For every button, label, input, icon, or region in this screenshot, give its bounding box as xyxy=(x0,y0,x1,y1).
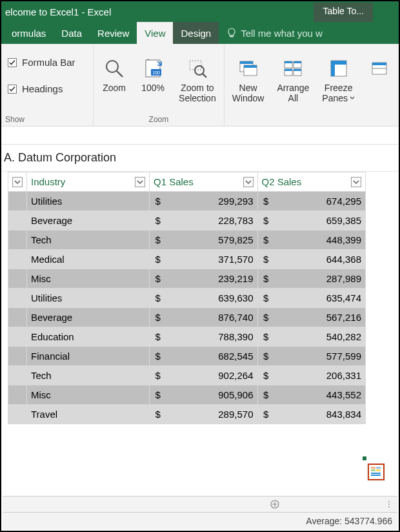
cell-industry[interactable]: Education xyxy=(27,327,150,347)
cell-q1-currency[interactable]: $ xyxy=(150,405,166,424)
cell-industry[interactable]: Financial xyxy=(27,347,150,366)
freeze-panes-button[interactable]: Freeze Panes xyxy=(318,54,359,106)
tab-formulas[interactable]: ormulas xyxy=(4,22,54,44)
cell-q1-value[interactable]: 371,570 xyxy=(166,250,258,269)
cell-q2-currency[interactable]: $ xyxy=(257,230,274,250)
formulabar-checkbox[interactable]: Formula Bar xyxy=(5,53,89,72)
header-q1[interactable]: Q1 Sales xyxy=(150,172,258,192)
cell-q2-value[interactable]: 635,474 xyxy=(274,289,366,308)
table-row[interactable]: Education$788,390$540,282 xyxy=(8,327,366,347)
cell-q1-value[interactable]: 902,264 xyxy=(166,366,258,385)
cell-q1-currency[interactable]: $ xyxy=(150,289,166,308)
header-blank[interactable] xyxy=(8,172,27,192)
cell-q2-value[interactable]: 567,216 xyxy=(274,308,366,327)
cell-industry[interactable]: Medical xyxy=(27,250,150,269)
cell-q2-currency[interactable]: $ xyxy=(257,192,274,211)
cell-q1-value[interactable]: 228,783 xyxy=(166,211,258,230)
cell-q2-value[interactable]: 287,989 xyxy=(274,269,366,289)
cell-blank[interactable] xyxy=(8,192,27,211)
cell-q2-value[interactable]: 206,331 xyxy=(274,366,366,385)
filter-button[interactable] xyxy=(12,177,23,187)
cell-industry[interactable]: Utilities xyxy=(27,192,150,211)
quick-analysis-button[interactable] xyxy=(368,464,385,480)
cell-q2-value[interactable]: 443,552 xyxy=(274,385,366,405)
new-window-button[interactable]: NewWindow xyxy=(228,54,268,106)
cell-industry[interactable]: Tech xyxy=(27,230,150,250)
cell-q2-currency[interactable]: $ xyxy=(257,327,274,347)
cell-q1-currency[interactable]: $ xyxy=(150,230,166,250)
filter-button[interactable] xyxy=(351,177,361,187)
tab-view[interactable]: View xyxy=(137,22,173,44)
cell-q1-currency[interactable]: $ xyxy=(150,347,166,366)
cell-q2-currency[interactable]: $ xyxy=(257,211,274,230)
cell-q1-value[interactable]: 579,825 xyxy=(166,230,258,250)
table-row[interactable]: Misc$905,906$443,552 xyxy=(8,385,366,405)
cell-blank[interactable] xyxy=(8,327,27,347)
cell-industry[interactable]: Tech xyxy=(27,366,150,385)
table-row[interactable]: Tech$579,825$448,399 xyxy=(8,230,366,250)
cell-industry[interactable]: Misc xyxy=(27,385,150,405)
zoom-to-selection-button[interactable]: Zoom toSelection xyxy=(175,54,220,106)
filter-button[interactable] xyxy=(243,177,254,187)
table-row[interactable]: Tech$902,264$206,331 xyxy=(8,366,366,385)
tab-review[interactable]: Review xyxy=(90,22,137,44)
table-row[interactable]: Beverage$876,740$567,216 xyxy=(8,308,366,327)
cell-blank[interactable] xyxy=(8,250,27,269)
table-row[interactable]: Utilities$299,293$674,295 xyxy=(8,192,366,211)
cell-q2-value[interactable]: 577,599 xyxy=(274,347,366,366)
table-row[interactable]: Financial$682,545$577,599 xyxy=(8,347,366,366)
arrange-all-button[interactable]: ArrangeAll xyxy=(273,54,313,106)
cell-q2-currency[interactable]: $ xyxy=(257,250,274,269)
tab-design[interactable]: Design xyxy=(173,22,219,44)
table-row[interactable]: Medical$371,570$644,368 xyxy=(8,250,366,269)
table-row[interactable]: Utilities$639,630$635,474 xyxy=(8,289,366,308)
cell-q2-value[interactable]: 644,368 xyxy=(274,250,366,269)
cell-q1-value[interactable]: 639,630 xyxy=(166,289,258,308)
cell-blank[interactable] xyxy=(8,289,27,308)
cell-blank[interactable] xyxy=(8,230,27,250)
cell-q2-currency[interactable]: $ xyxy=(257,308,274,327)
cell-q2-currency[interactable]: $ xyxy=(257,347,274,366)
cell-q1-currency[interactable]: $ xyxy=(150,211,166,230)
cell-blank[interactable] xyxy=(8,211,27,230)
cell-q1-currency[interactable]: $ xyxy=(150,308,166,327)
cell-q1-currency[interactable]: $ xyxy=(150,327,166,347)
cell-q1-value[interactable]: 905,906 xyxy=(166,385,258,405)
cell-blank[interactable] xyxy=(8,347,27,366)
cell-industry[interactable]: Utilities xyxy=(27,289,150,308)
table-row[interactable]: Misc$239,219$287,989 xyxy=(8,269,366,289)
cell-q1-value[interactable]: 876,740 xyxy=(166,308,258,327)
cell-q1-value[interactable]: 788,390 xyxy=(166,327,258,347)
zoom-100-button[interactable]: 100 100% xyxy=(136,54,170,106)
tab-data[interactable]: Data xyxy=(54,22,90,44)
cell-q2-currency[interactable]: $ xyxy=(257,269,274,289)
table-row[interactable]: Travel$289,570$843,834 xyxy=(8,405,366,424)
cell-q2-value[interactable]: 448,399 xyxy=(274,230,366,250)
cell-q2-currency[interactable]: $ xyxy=(257,366,274,385)
header-industry[interactable]: Industry xyxy=(27,172,150,192)
cell-blank[interactable] xyxy=(8,269,27,289)
cell-blank[interactable] xyxy=(8,385,27,405)
tab-grip[interactable] xyxy=(381,496,397,512)
cell-q2-currency[interactable]: $ xyxy=(257,385,274,405)
cell-q2-value[interactable]: 674,295 xyxy=(274,192,366,211)
fill-handle[interactable] xyxy=(363,456,366,460)
add-sheet-button[interactable] xyxy=(266,496,284,512)
cell-blank[interactable] xyxy=(8,405,27,424)
cell-q1-value[interactable]: 289,570 xyxy=(166,405,258,424)
cell-q1-currency[interactable]: $ xyxy=(150,385,166,405)
contextual-tab-table-tools[interactable]: Table To... xyxy=(314,3,373,22)
cell-blank[interactable] xyxy=(8,366,27,385)
cell-industry[interactable]: Travel xyxy=(27,405,150,424)
cell-q1-currency[interactable]: $ xyxy=(150,366,166,385)
cell-a1[interactable]: A. Datum Corporation xyxy=(1,145,399,172)
tell-me-search[interactable]: Tell me what you w xyxy=(219,28,323,39)
cell-q1-currency[interactable]: $ xyxy=(150,269,166,289)
cell-q2-currency[interactable]: $ xyxy=(257,289,274,308)
filter-button[interactable] xyxy=(135,177,145,187)
cell-industry[interactable]: Beverage xyxy=(27,308,150,327)
cell-q1-value[interactable]: 299,293 xyxy=(166,192,258,211)
cell-q2-value[interactable]: 540,282 xyxy=(274,327,366,347)
table-row[interactable]: Beverage$228,783$659,385 xyxy=(8,211,366,230)
cell-q1-value[interactable]: 682,545 xyxy=(166,347,258,366)
